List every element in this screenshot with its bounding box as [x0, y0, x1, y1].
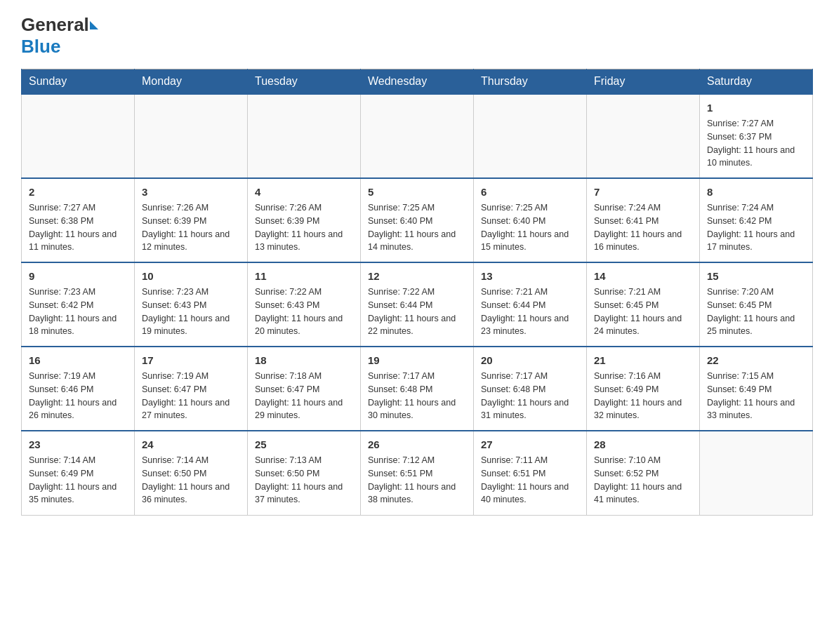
weekday-header-monday: Monday: [135, 69, 248, 95]
calendar-cell: 13Sunrise: 7:21 AMSunset: 6:44 PMDayligh…: [474, 262, 587, 347]
day-number: 4: [255, 185, 353, 199]
calendar-cell: 9Sunrise: 7:23 AMSunset: 6:42 PMDaylight…: [22, 262, 135, 347]
weekday-header-tuesday: Tuesday: [248, 69, 361, 95]
calendar-cell: 26Sunrise: 7:12 AMSunset: 6:51 PMDayligh…: [361, 431, 474, 515]
day-info: Sunrise: 7:26 AMSunset: 6:39 PMDaylight:…: [142, 201, 240, 254]
logo-blue-text: Blue: [21, 36, 60, 58]
calendar-cell: [474, 94, 587, 178]
day-info: Sunrise: 7:16 AMSunset: 6:49 PMDaylight:…: [594, 370, 692, 422]
day-info: Sunrise: 7:20 AMSunset: 6:45 PMDaylight:…: [707, 286, 805, 338]
day-number: 24: [142, 437, 240, 452]
day-info: Sunrise: 7:21 AMSunset: 6:45 PMDaylight:…: [594, 286, 692, 338]
day-info: Sunrise: 7:27 AMSunset: 6:38 PMDaylight:…: [29, 201, 127, 254]
day-info: Sunrise: 7:21 AMSunset: 6:44 PMDaylight:…: [481, 286, 579, 338]
day-number: 27: [481, 437, 579, 452]
day-number: 3: [142, 185, 240, 199]
calendar-cell: [22, 94, 135, 178]
calendar-cell: 7Sunrise: 7:24 AMSunset: 6:41 PMDaylight…: [587, 178, 700, 262]
calendar-cell: 3Sunrise: 7:26 AMSunset: 6:39 PMDaylight…: [135, 178, 248, 262]
day-info: Sunrise: 7:22 AMSunset: 6:44 PMDaylight:…: [368, 286, 466, 338]
day-number: 18: [255, 353, 353, 368]
day-info: Sunrise: 7:11 AMSunset: 6:51 PMDaylight:…: [481, 454, 579, 507]
day-number: 16: [29, 353, 127, 368]
day-number: 13: [481, 269, 579, 283]
day-info: Sunrise: 7:19 AMSunset: 6:46 PMDaylight:…: [29, 370, 127, 422]
calendar-week-1: 1Sunrise: 7:27 AMSunset: 6:37 PMDaylight…: [22, 94, 813, 178]
day-number: 10: [142, 269, 240, 283]
calendar-cell: [248, 94, 361, 178]
day-number: 17: [142, 353, 240, 368]
day-info: Sunrise: 7:24 AMSunset: 6:41 PMDaylight:…: [594, 201, 692, 254]
day-info: Sunrise: 7:23 AMSunset: 6:42 PMDaylight:…: [29, 286, 127, 338]
day-info: Sunrise: 7:17 AMSunset: 6:48 PMDaylight:…: [368, 370, 466, 422]
logo-triangle-icon: [90, 21, 98, 29]
calendar-cell: 18Sunrise: 7:18 AMSunset: 6:47 PMDayligh…: [248, 347, 361, 431]
day-number: 25: [255, 437, 353, 452]
calendar-cell: 16Sunrise: 7:19 AMSunset: 6:46 PMDayligh…: [22, 347, 135, 431]
weekday-header-thursday: Thursday: [474, 69, 587, 95]
day-number: 7: [594, 185, 692, 199]
day-info: Sunrise: 7:24 AMSunset: 6:42 PMDaylight:…: [707, 201, 805, 254]
calendar-cell: 14Sunrise: 7:21 AMSunset: 6:45 PMDayligh…: [587, 262, 700, 347]
calendar-cell: 10Sunrise: 7:23 AMSunset: 6:43 PMDayligh…: [135, 262, 248, 347]
day-number: 6: [481, 185, 579, 199]
calendar-cell: 17Sunrise: 7:19 AMSunset: 6:47 PMDayligh…: [135, 347, 248, 431]
calendar-cell: 5Sunrise: 7:25 AMSunset: 6:40 PMDaylight…: [361, 178, 474, 262]
day-number: 28: [594, 437, 692, 452]
day-info: Sunrise: 7:25 AMSunset: 6:40 PMDaylight:…: [481, 201, 579, 254]
weekday-header-wednesday: Wednesday: [361, 69, 474, 95]
day-info: Sunrise: 7:12 AMSunset: 6:51 PMDaylight:…: [368, 454, 466, 507]
calendar-cell: 2Sunrise: 7:27 AMSunset: 6:38 PMDaylight…: [22, 178, 135, 262]
day-info: Sunrise: 7:19 AMSunset: 6:47 PMDaylight:…: [142, 370, 240, 422]
day-info: Sunrise: 7:17 AMSunset: 6:48 PMDaylight:…: [481, 370, 579, 422]
day-number: 14: [594, 269, 692, 283]
day-info: Sunrise: 7:13 AMSunset: 6:50 PMDaylight:…: [255, 454, 353, 507]
logo: General Blue: [21, 14, 99, 58]
page-header: General Blue: [21, 14, 813, 58]
day-info: Sunrise: 7:27 AMSunset: 6:37 PMDaylight:…: [707, 117, 805, 170]
day-number: 9: [29, 269, 127, 283]
calendar-cell: [361, 94, 474, 178]
calendar-cell: 6Sunrise: 7:25 AMSunset: 6:40 PMDaylight…: [474, 178, 587, 262]
calendar-cell: 21Sunrise: 7:16 AMSunset: 6:49 PMDayligh…: [587, 347, 700, 431]
day-number: 21: [594, 353, 692, 368]
day-info: Sunrise: 7:14 AMSunset: 6:50 PMDaylight:…: [142, 454, 240, 507]
calendar-cell: [700, 431, 813, 515]
day-info: Sunrise: 7:26 AMSunset: 6:39 PMDaylight:…: [255, 201, 353, 254]
day-info: Sunrise: 7:15 AMSunset: 6:49 PMDaylight:…: [707, 370, 805, 422]
calendar-table: SundayMondayTuesdayWednesdayThursdayFrid…: [21, 69, 813, 516]
calendar-cell: 15Sunrise: 7:20 AMSunset: 6:45 PMDayligh…: [700, 262, 813, 347]
calendar-cell: 28Sunrise: 7:10 AMSunset: 6:52 PMDayligh…: [587, 431, 700, 515]
calendar-cell: 23Sunrise: 7:14 AMSunset: 6:49 PMDayligh…: [22, 431, 135, 515]
day-info: Sunrise: 7:25 AMSunset: 6:40 PMDaylight:…: [368, 201, 466, 254]
calendar-cell: [135, 94, 248, 178]
day-info: Sunrise: 7:22 AMSunset: 6:43 PMDaylight:…: [255, 286, 353, 338]
day-number: 20: [481, 353, 579, 368]
day-number: 5: [368, 185, 466, 199]
calendar-cell: 20Sunrise: 7:17 AMSunset: 6:48 PMDayligh…: [474, 347, 587, 431]
day-number: 11: [255, 269, 353, 283]
weekday-header-saturday: Saturday: [700, 69, 813, 95]
calendar-cell: 8Sunrise: 7:24 AMSunset: 6:42 PMDaylight…: [700, 178, 813, 262]
day-number: 15: [707, 269, 805, 283]
day-number: 2: [29, 185, 127, 199]
calendar-week-5: 23Sunrise: 7:14 AMSunset: 6:49 PMDayligh…: [22, 431, 813, 515]
day-info: Sunrise: 7:23 AMSunset: 6:43 PMDaylight:…: [142, 286, 240, 338]
calendar-week-3: 9Sunrise: 7:23 AMSunset: 6:42 PMDaylight…: [22, 262, 813, 347]
weekday-header-sunday: Sunday: [22, 69, 135, 95]
calendar-cell: 19Sunrise: 7:17 AMSunset: 6:48 PMDayligh…: [361, 347, 474, 431]
day-info: Sunrise: 7:14 AMSunset: 6:49 PMDaylight:…: [29, 454, 127, 507]
calendar-cell: 25Sunrise: 7:13 AMSunset: 6:50 PMDayligh…: [248, 431, 361, 515]
calendar-cell: [587, 94, 700, 178]
calendar-cell: 12Sunrise: 7:22 AMSunset: 6:44 PMDayligh…: [361, 262, 474, 347]
calendar-cell: 24Sunrise: 7:14 AMSunset: 6:50 PMDayligh…: [135, 431, 248, 515]
weekday-header-row: SundayMondayTuesdayWednesdayThursdayFrid…: [22, 69, 813, 95]
day-number: 12: [368, 269, 466, 283]
calendar-cell: 11Sunrise: 7:22 AMSunset: 6:43 PMDayligh…: [248, 262, 361, 347]
calendar-cell: 22Sunrise: 7:15 AMSunset: 6:49 PMDayligh…: [700, 347, 813, 431]
day-info: Sunrise: 7:18 AMSunset: 6:47 PMDaylight:…: [255, 370, 353, 422]
day-number: 23: [29, 437, 127, 452]
calendar-week-4: 16Sunrise: 7:19 AMSunset: 6:46 PMDayligh…: [22, 347, 813, 431]
calendar-cell: 1Sunrise: 7:27 AMSunset: 6:37 PMDaylight…: [700, 94, 813, 178]
weekday-header-friday: Friday: [587, 69, 700, 95]
